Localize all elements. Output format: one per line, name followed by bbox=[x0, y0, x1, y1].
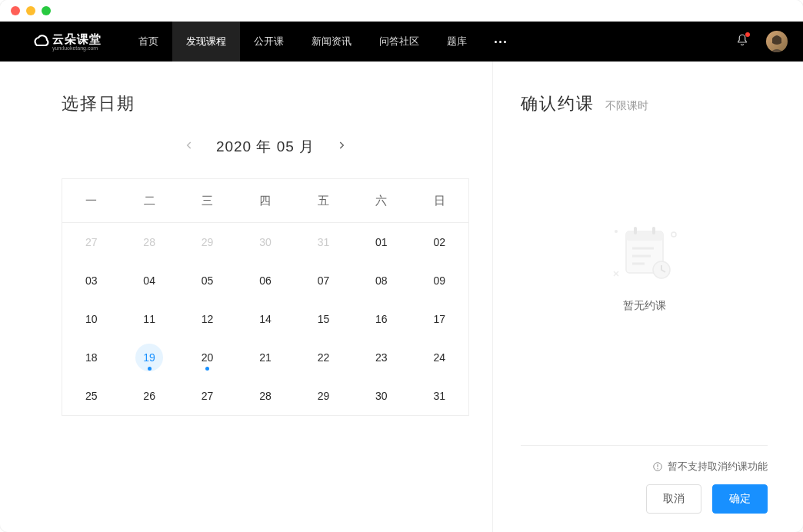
date-picker-panel: 选择日期 2020 年 05 月 一二三四五六日 272829303101020… bbox=[0, 62, 492, 532]
date-cell[interactable]: 20 bbox=[178, 338, 236, 377]
date-cell[interactable]: 18 bbox=[62, 338, 120, 377]
confirm-panel: 确认约课 不限课时 bbox=[492, 62, 803, 532]
topbar: 云朵课堂 yunduoketang.com 首页发现课程公开课新闻资讯问答社区题… bbox=[0, 22, 803, 62]
nav-item[interactable]: 公开课 bbox=[240, 22, 298, 62]
date-cell[interactable]: 31 bbox=[411, 377, 468, 415]
date-cell[interactable]: 21 bbox=[236, 338, 294, 377]
next-month-button[interactable] bbox=[336, 140, 347, 154]
date-cell[interactable]: 22 bbox=[295, 338, 352, 377]
warning-text: 暂不支持取消约课功能 bbox=[668, 460, 768, 474]
notification-badge bbox=[745, 32, 750, 37]
weekday-cell: 六 bbox=[352, 179, 410, 222]
more-icon bbox=[495, 41, 506, 43]
calendar: 一二三四五六日 27282930310102030405060708091011… bbox=[62, 178, 469, 416]
date-cell[interactable]: 26 bbox=[120, 377, 178, 415]
weekday-cell: 日 bbox=[411, 179, 468, 222]
weekday-cell: 五 bbox=[295, 179, 352, 222]
weekday-cell: 一 bbox=[62, 179, 120, 222]
svg-rect-5 bbox=[634, 227, 637, 234]
date-cell[interactable]: 15 bbox=[295, 300, 352, 338]
month-navigator: 2020 年 05 月 bbox=[62, 137, 469, 157]
svg-point-13 bbox=[657, 468, 658, 469]
empty-calendar-icon bbox=[606, 218, 683, 287]
empty-text: 暂无约课 bbox=[623, 299, 666, 313]
chevron-left-icon bbox=[184, 140, 195, 151]
date-cell[interactable]: 10 bbox=[62, 300, 120, 338]
date-cell[interactable]: 04 bbox=[120, 261, 178, 300]
weekday-cell: 三 bbox=[178, 179, 236, 222]
date-picker-title: 选择日期 bbox=[62, 92, 469, 115]
app-window: 云朵课堂 yunduoketang.com 首页发现课程公开课新闻资讯问答社区题… bbox=[0, 0, 803, 532]
nav-item[interactable]: 发现课程 bbox=[172, 22, 240, 62]
info-icon bbox=[652, 461, 663, 472]
date-cell[interactable]: 27 bbox=[62, 223, 120, 261]
cloud-logo-icon bbox=[31, 32, 49, 51]
month-label: 2020 年 05 月 bbox=[216, 137, 315, 157]
date-cell[interactable]: 29 bbox=[178, 223, 236, 261]
date-cell[interactable]: 03 bbox=[62, 261, 120, 300]
nav-item[interactable]: 题库 bbox=[433, 22, 481, 62]
date-grid: 2728293031010203040506070809101112141516… bbox=[62, 223, 468, 416]
weekday-cell: 四 bbox=[236, 179, 294, 222]
nav-more-button[interactable] bbox=[481, 22, 520, 62]
date-cell[interactable]: 29 bbox=[295, 377, 352, 415]
date-cell[interactable]: 31 bbox=[295, 223, 352, 261]
weekday-header: 一二三四五六日 bbox=[62, 178, 468, 223]
close-window-button[interactable] bbox=[11, 6, 20, 15]
logo[interactable]: 云朵课堂 yunduoketang.com bbox=[31, 32, 102, 51]
date-cell[interactable]: 08 bbox=[352, 261, 410, 300]
avatar[interactable] bbox=[766, 31, 788, 52]
date-cell[interactable]: 23 bbox=[352, 338, 410, 377]
event-dot bbox=[148, 367, 152, 371]
date-cell[interactable]: 28 bbox=[236, 377, 294, 415]
date-cell[interactable]: 27 bbox=[178, 377, 236, 415]
date-cell[interactable]: 30 bbox=[236, 223, 294, 261]
nav-item[interactable]: 问答社区 bbox=[365, 22, 433, 62]
date-cell[interactable]: 12 bbox=[178, 300, 236, 338]
notifications-button[interactable] bbox=[735, 33, 749, 50]
date-cell[interactable]: 07 bbox=[295, 261, 352, 300]
svg-rect-4 bbox=[626, 231, 663, 241]
prev-month-button[interactable] bbox=[184, 140, 195, 154]
cancel-button[interactable]: 取消 bbox=[646, 484, 701, 514]
date-cell[interactable]: 06 bbox=[236, 261, 294, 300]
warning-line: 暂不支持取消约课功能 bbox=[521, 460, 768, 474]
date-cell[interactable]: 05 bbox=[178, 261, 236, 300]
date-cell[interactable]: 11 bbox=[120, 300, 178, 338]
main-nav: 首页发现课程公开课新闻资讯问答社区题库 bbox=[125, 22, 481, 62]
minimize-window-button[interactable] bbox=[26, 6, 35, 15]
confirm-button[interactable]: 确定 bbox=[712, 484, 768, 514]
date-cell[interactable]: 28 bbox=[120, 223, 178, 261]
date-cell[interactable]: 01 bbox=[352, 223, 410, 261]
maximize-window-button[interactable] bbox=[42, 6, 51, 15]
date-cell[interactable]: 25 bbox=[62, 377, 120, 415]
chevron-right-icon bbox=[336, 140, 347, 151]
nav-item[interactable]: 新闻资讯 bbox=[298, 22, 365, 62]
traffic-lights bbox=[11, 6, 51, 15]
date-cell[interactable]: 19 bbox=[120, 338, 178, 377]
titlebar bbox=[0, 0, 803, 22]
date-cell[interactable]: 02 bbox=[411, 223, 468, 261]
button-row: 取消 确定 bbox=[521, 484, 768, 514]
confirm-footer: 暂不支持取消约课功能 取消 确定 bbox=[521, 445, 768, 514]
date-cell[interactable]: 16 bbox=[352, 300, 410, 338]
logo-text: 云朵课堂 yunduoketang.com bbox=[52, 33, 102, 51]
date-cell[interactable]: 09 bbox=[411, 261, 468, 300]
svg-rect-6 bbox=[652, 227, 655, 234]
empty-state: 暂无约课 bbox=[521, 85, 768, 445]
content: 选择日期 2020 年 05 月 一二三四五六日 272829303101020… bbox=[0, 62, 803, 532]
date-cell[interactable]: 14 bbox=[236, 300, 294, 338]
weekday-cell: 二 bbox=[120, 179, 178, 222]
date-cell[interactable]: 17 bbox=[411, 300, 468, 338]
nav-item[interactable]: 首页 bbox=[125, 22, 172, 62]
date-cell[interactable]: 30 bbox=[352, 377, 410, 415]
event-dot bbox=[205, 367, 209, 371]
svg-point-1 bbox=[615, 230, 618, 233]
svg-point-2 bbox=[671, 232, 676, 237]
date-cell[interactable]: 24 bbox=[411, 338, 468, 377]
